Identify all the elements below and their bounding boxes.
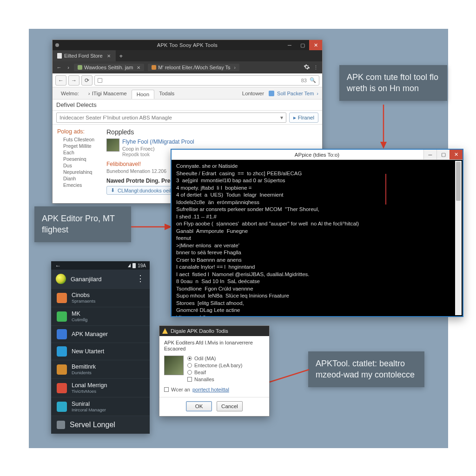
browser-titlebar[interactable]: APK Too Sooy APK Tools ─ ▢ ✕ <box>53 40 322 50</box>
sidebar-link[interactable]: Dus <box>63 163 98 168</box>
footer-label: Servel Longel <box>70 421 115 429</box>
back-icon[interactable]: ← <box>55 65 63 70</box>
android-app-item[interactable]: New Utartert <box>51 343 150 360</box>
post-link[interactable]: Flyhe Fool (/MMigradat Prool <box>122 139 194 145</box>
menu-icon[interactable]: ⋮ <box>312 65 319 71</box>
radio-option[interactable]: Entectone (LeA bary) <box>187 363 242 368</box>
terminal-line: 4 of dertiet a UES) Todun lelagr Ineerni… <box>176 192 458 199</box>
close-button[interactable]: ✕ <box>309 40 322 50</box>
menubar-item-active[interactable]: Hoon <box>132 90 155 99</box>
terminal-line: feenut <box>176 235 458 242</box>
radio-option[interactable]: Odil (MA) <box>187 356 242 361</box>
option-label: Beaif <box>194 370 206 375</box>
avatar-icon <box>56 274 66 284</box>
terminal-window: APpice (tdies To:o) ─ ▢ ✕ Connyate. she … <box>171 149 463 317</box>
new-tab-button[interactable]: + <box>116 50 127 61</box>
terminal-line: I aect fistied I Namonel @erisiJBAS, dua… <box>176 271 458 278</box>
sub-tab-label: Wawdoes Seittih. jam <box>84 65 133 70</box>
app-title: Lonal Merrign <box>72 382 107 389</box>
ok-button[interactable]: OK <box>186 401 212 411</box>
app-icon <box>57 346 67 357</box>
sidebar-link[interactable]: Dianh <box>63 176 98 181</box>
terminal-line: Tsondlione Fgon Crúld vaennne <box>176 285 458 293</box>
dialog-titlebar[interactable]: Digale APK Daollo Todis <box>159 326 269 336</box>
sub-tab-close-icon[interactable]: ✕ <box>137 65 140 70</box>
forward-icon[interactable]: › <box>65 65 72 70</box>
app-icon <box>57 402 67 412</box>
signal-icon <box>128 264 131 267</box>
sub-tab-close-icon[interactable]: › <box>234 65 236 70</box>
minimize-button[interactable]: ─ <box>423 150 436 159</box>
page-menubar: Welmo: › ITigi Maaceme Hoon Todals Lonto… <box>53 87 322 99</box>
scrollbar[interactable] <box>455 161 462 315</box>
search-icon[interactable]: 🔍 <box>310 77 316 83</box>
filter-button[interactable]: ▸ Flranel <box>289 112 318 123</box>
sidebar-link[interactable]: Nepurelahinq <box>63 169 98 175</box>
nav-back-button[interactable]: ← <box>55 75 66 86</box>
nav-reload-button[interactable]: ⟳ <box>81 75 93 86</box>
sub-tab[interactable]: M' reloont Eiter./Woch Serlay Ts › <box>148 64 239 71</box>
sidebar-link[interactable]: Futs Cllesteon <box>63 137 98 142</box>
android-app-item[interactable]: APK Manager <box>51 325 150 343</box>
browser-tab[interactable]: Eilted Ford Store ✕ <box>53 50 116 61</box>
terminal-line: 3 ae[ginl mmontiiel1l0 bap aad 0 ar Súpe… <box>176 177 458 185</box>
menubar-item[interactable]: Welmo: <box>56 89 84 98</box>
chevron-right-icon: › <box>317 91 318 96</box>
terminal-line: 4 mopety. jftabd li I bopbiene = <box>176 185 458 192</box>
close-button[interactable]: ✕ <box>450 150 463 159</box>
android-app-item[interactable]: Lonal MerrignTivicrtvMoes <box>51 378 150 397</box>
sidebar-link[interactable]: Emecies <box>63 182 98 188</box>
back-arrow-icon[interactable]: ← <box>55 262 61 269</box>
filter-select[interactable]: Inidecacer Seater F'Inibut uretion ABS M… <box>56 112 286 123</box>
calendar-icon <box>269 91 274 96</box>
maximize-button[interactable]: ▢ <box>436 150 450 159</box>
sidebar-link[interactable]: Preget Millite <box>63 143 98 149</box>
lower-check-label: Wcer an <box>171 387 190 392</box>
app-icon <box>57 311 67 322</box>
download-button[interactable]: ⬇ CLMangl:dundooks oeil <box>106 186 175 195</box>
warning-icon <box>162 328 168 334</box>
terminal-titlebar[interactable]: APpice (tdies To:o) ─ ▢ ✕ <box>172 150 463 160</box>
overflow-menu-icon[interactable]: ⋮ <box>136 277 145 280</box>
app-subtitle: TivicrtvMoes <box>72 389 107 394</box>
app-icon <box>57 383 67 393</box>
scrollbar-thumb[interactable] <box>456 162 461 201</box>
nav-forward-button[interactable]: → <box>68 75 79 86</box>
menubar-right-link[interactable]: Soll Packer Tem <box>277 91 314 96</box>
android-app-item[interactable]: BemitlnrkDunidents <box>51 360 150 378</box>
radio-option[interactable]: Beaif <box>187 370 242 375</box>
tab-close-icon[interactable]: ✕ <box>107 53 111 59</box>
cursor-icon <box>385 174 386 205</box>
terminal-line: 8 0oau n Sad 10 In SaL deécatse <box>176 278 458 285</box>
menubar-item[interactable]: Lontower <box>238 89 269 98</box>
dialog-link[interactable]: porrtect hoteittal <box>192 387 229 392</box>
chevron-down-icon: ▾ <box>280 114 283 121</box>
url-input[interactable]: 83 🔍 <box>94 75 319 86</box>
checkbox-option[interactable]: Nanalles <box>187 377 242 382</box>
menubar-item[interactable]: Todals <box>154 89 179 98</box>
android-app-list: CinobsSpramaentsMKCutimllgAPK ManagerNew… <box>51 288 150 416</box>
android-app-item[interactable]: CinobsSpramaents <box>51 288 150 307</box>
android-footer[interactable]: Servel Longel <box>51 416 150 434</box>
android-app-item[interactable]: SuniralInircoral Manager <box>51 397 150 416</box>
arrow-icon <box>131 222 173 231</box>
app-icon <box>57 293 67 303</box>
sub-tab[interactable]: Wawdoes Seittih. jam ✕ <box>74 64 144 71</box>
minimize-button[interactable]: ─ <box>283 40 296 50</box>
menubar-item[interactable]: › ITigi Maaceme <box>84 89 132 98</box>
android-app-item[interactable]: MKCutimllg <box>51 307 150 325</box>
radio-icon <box>187 363 192 368</box>
maximize-button[interactable]: ▢ <box>296 40 309 50</box>
cancel-button[interactable]: Cancel <box>217 401 243 411</box>
download-icon: ⬇ <box>111 187 115 193</box>
sidebar-link[interactable]: Each <box>63 150 98 155</box>
terminal-line: Vitaress 4.8; <box>176 314 458 316</box>
main-title: Roppleds <box>106 128 317 136</box>
sidebar-title: Polog ads: <box>57 128 98 135</box>
app-title: Cinobs <box>72 292 95 298</box>
sidebar-link[interactable]: Poeseninq <box>63 156 98 162</box>
download-label: CLMangl:dundooks oeil <box>118 188 171 193</box>
terminal-body[interactable]: Connyate. she or NatisideSheeulte / Edra… <box>172 160 463 316</box>
settings-gear-icon[interactable] <box>304 64 310 71</box>
dialog-lower-row[interactable]: Wcer an porrtect hoteittal <box>164 387 264 392</box>
